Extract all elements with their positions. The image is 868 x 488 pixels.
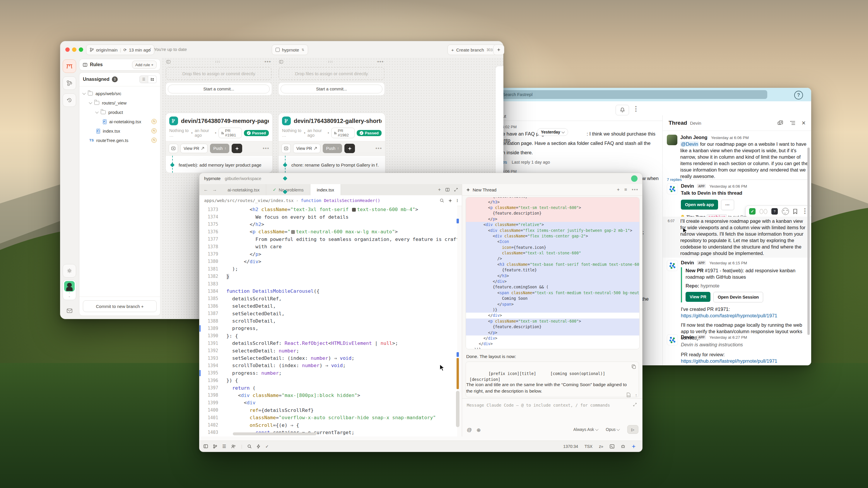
forward-icon[interactable]: →	[212, 187, 217, 192]
pr-number-pill[interactable]: PR #1981	[218, 128, 242, 138]
account-switcher[interactable]: ⌃ ⌃	[63, 280, 76, 300]
tree-item-routes-view[interactable]: routes/_view	[83, 98, 157, 107]
collab-panel-icon[interactable]	[231, 444, 236, 449]
send-button[interactable]: ▷	[627, 425, 639, 434]
collab-avatar[interactable]	[631, 175, 638, 182]
branches-view-button[interactable]	[63, 76, 76, 90]
tree-item-index-tsx[interactable]: index.tsx	[83, 126, 157, 135]
eyes-reaction-icon[interactable]	[760, 209, 767, 214]
message-timestamp[interactable]: Yesterday at 6:06 PM	[711, 135, 749, 140]
filter-list-icon[interactable]	[789, 121, 795, 125]
create-branch-button[interactable]: +Create branch ⌘B	[447, 44, 497, 55]
replies-count-link[interactable]: 7 replies	[667, 177, 682, 182]
message-timestamp[interactable]: Yesterday at 6:06 PM	[709, 184, 747, 189]
editor-scrollbar-thumb[interactable]	[456, 391, 460, 427]
lane-collapse-icon[interactable]	[279, 60, 283, 64]
breadcrumb[interactable]: apps/web/src/routes/_view/index.tsx › fu…	[199, 195, 471, 206]
lane-menu-icon[interactable]: •••	[377, 59, 384, 64]
date-divider-pill[interactable]: Yesterday	[537, 128, 568, 136]
tab-ai-notetaking[interactable]: ai-notetaking.tsx	[221, 184, 266, 195]
branch-name[interactable]: devin/1764380912-gallery-shortcuts	[294, 118, 381, 124]
view-pr-button[interactable]: View PR	[293, 144, 320, 153]
bell-icon[interactable]	[642, 444, 643, 449]
new-tab-icon[interactable]: +	[438, 187, 441, 192]
view-pr-button[interactable]: View PR	[686, 292, 710, 302]
drop-zone[interactable]: Drop files to assign or commit directly	[279, 67, 384, 80]
code-editor[interactable]: 1373 <h2 className="text-3xl font-serif …	[199, 206, 457, 436]
chevron-down-icon[interactable]	[82, 91, 86, 95]
project-panel-icon[interactable]	[204, 444, 208, 448]
permission-mode-select[interactable]: Always Ask	[574, 427, 601, 432]
feedback-button[interactable]	[63, 304, 76, 317]
drop-zone[interactable]: Drop files to assign or commit directly	[166, 67, 272, 80]
commit-row[interactable]: feat(web): add memory layer product page	[166, 158, 272, 171]
minimize-traffic-light[interactable]	[72, 47, 76, 52]
cursor-position[interactable]: 1370:34	[563, 444, 578, 449]
assign-zone-button[interactable]	[281, 144, 291, 153]
view-pr-button[interactable]: View PR	[180, 144, 208, 153]
message-timestamp[interactable]: 6:07	[668, 219, 675, 223]
slack-titlebar[interactable]: Search Fastrepl ?	[487, 88, 811, 101]
new-thread-icon[interactable]: +	[617, 187, 620, 192]
lane-drag-handle[interactable]	[215, 61, 220, 63]
inline-assist-icon[interactable]	[448, 199, 452, 203]
message-author[interactable]: Devin	[681, 260, 694, 265]
ai-branch-button[interactable]	[344, 144, 355, 153]
lane-menu-icon[interactable]: •••	[265, 59, 271, 64]
model-select[interactable]: Opus	[606, 427, 622, 432]
list-view-toggle[interactable]: ☰	[140, 75, 148, 83]
channel-more-icon[interactable]: •••	[633, 106, 639, 113]
add-rule-button[interactable]: Add rule +	[132, 61, 157, 69]
git-panel-icon[interactable]	[213, 444, 217, 449]
message-author[interactable]: Devin	[681, 183, 694, 189]
close-icon[interactable]: ×	[802, 121, 806, 125]
ibeam-icon[interactable]: I	[457, 198, 458, 203]
ci-status-badge[interactable]: ✓Passed	[244, 130, 269, 136]
chevron-down-icon[interactable]	[89, 101, 92, 104]
outline-panel-icon[interactable]: ☰	[222, 444, 226, 449]
expand-icon[interactable]	[454, 188, 458, 191]
devin-avatar[interactable]	[667, 260, 678, 271]
diagnostics-ok-icon[interactable]: ✓	[265, 444, 269, 449]
ai-branch-button[interactable]	[231, 144, 242, 153]
technologist-reaction-icon[interactable]: ?	[771, 208, 778, 215]
message-author[interactable]: Devin	[681, 334, 694, 339]
push-button[interactable]: Push↑	[210, 144, 229, 153]
agent-input-placeholder[interactable]: Message Claude Code — @ to include conte…	[467, 403, 610, 408]
open-in-window-icon[interactable]	[777, 120, 783, 126]
tab-index-tsx[interactable]: index.tsx	[310, 184, 341, 195]
notifications-bell-button[interactable]	[616, 105, 629, 115]
mention-devin[interactable]: @Devin	[680, 141, 699, 147]
push-button[interactable]: Push↑	[323, 144, 342, 153]
bookmark-icon[interactable]	[793, 209, 798, 214]
pr-link[interactable]: https://github.com/fastrepl/hyprnote/pul…	[681, 358, 810, 364]
agent-menu-icon[interactable]: •••	[632, 187, 639, 192]
open-devin-session-button[interactable]: Open Devin Session	[713, 292, 763, 302]
tree-item-apps-web-src[interactable]: apps/web/src	[83, 89, 157, 98]
editor-branch-name[interactable]: gitbutler/workspace	[225, 176, 261, 181]
assign-zone-button[interactable]	[169, 144, 178, 153]
add-context-icon[interactable]: ⊕	[476, 427, 480, 433]
devin-avatar[interactable]	[667, 183, 678, 194]
commit-row[interactable]: chore: rename Gallery to Prompt Gallery …	[279, 158, 385, 171]
branch-name[interactable]: devin/1764380749-memory-page	[181, 118, 269, 124]
back-icon[interactable]: ←	[204, 187, 208, 192]
scroll-up-icon[interactable]: ↑	[635, 393, 638, 397]
ai-actions-button[interactable]	[493, 44, 504, 55]
tree-item-ai-notetaking-tsx[interactable]: ai-notetaking.tsx	[83, 117, 157, 126]
breadcrumb-symbol[interactable]: DetailsSectionHeader()	[324, 198, 380, 203]
branch-menu-icon[interactable]: •••	[375, 146, 382, 151]
diff-preview-card[interactable]: {feature.title} </h3> <p className="text…	[466, 197, 640, 349]
thread-scrollbar[interactable]	[807, 148, 810, 335]
markdown-file-icon[interactable]: MD	[626, 393, 630, 397]
close-traffic-light[interactable]	[65, 47, 70, 52]
chevron-down-icon[interactable]	[95, 110, 98, 113]
breadcrumb-path[interactable]: apps/web/src/routes/_view/index.tsx	[204, 198, 294, 203]
lane-collapse-icon[interactable]	[166, 60, 170, 64]
message-author[interactable]: John Jeong	[680, 135, 708, 140]
vim-mode-indicator[interactable]: z»	[599, 444, 603, 449]
lightning-icon[interactable]	[257, 444, 260, 449]
copilot-sparkle-icon[interactable]	[632, 444, 636, 449]
terminal-icon[interactable]	[610, 444, 614, 449]
add-reaction-icon[interactable]	[782, 208, 789, 215]
